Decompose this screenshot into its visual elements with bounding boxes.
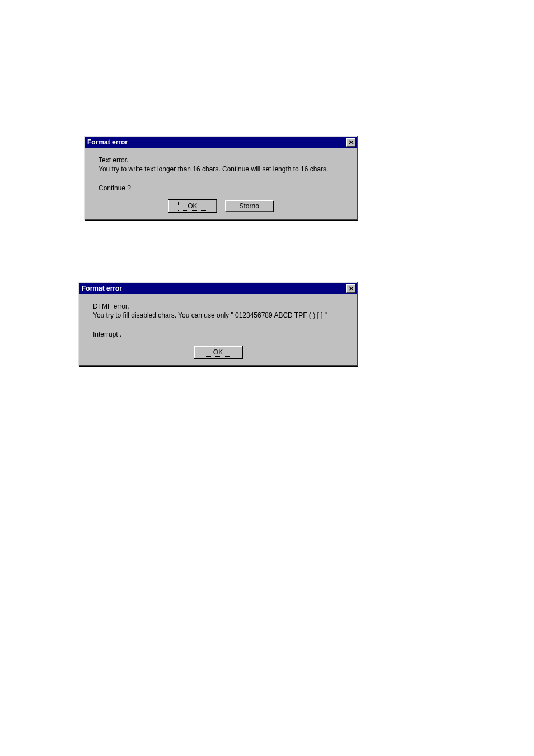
ok-button[interactable]: OK (168, 200, 217, 212)
titlebar: Format error (79, 283, 357, 294)
message-line-1: DTMF error. (93, 302, 346, 311)
message-line-3: Continue ? (99, 184, 346, 193)
dialog-body: Text error. You try to write text longer… (85, 148, 357, 200)
titlebar: Format error (85, 137, 357, 148)
close-icon (349, 138, 354, 146)
close-icon (349, 284, 354, 292)
dialog-title: Format error (87, 138, 128, 146)
message-line-1: Text error. (99, 156, 346, 165)
format-error-dialog-1: Format error Text error. You try to writ… (84, 136, 358, 220)
close-button[interactable] (346, 284, 355, 293)
cancel-button[interactable]: Storno (225, 200, 273, 212)
message-line-2: You try to write text longer than 16 cha… (99, 165, 346, 174)
button-row: OK Storno (85, 200, 357, 219)
dialog-title: Format error (82, 284, 122, 292)
ok-button-label: OK (204, 348, 232, 357)
ok-button-label: OK (178, 202, 207, 211)
close-button[interactable] (346, 138, 355, 147)
ok-button[interactable]: OK (194, 346, 242, 358)
message-line-3: Interrupt . (93, 330, 346, 339)
dialog-body: DTMF error. You try to fill disabled cha… (79, 294, 357, 346)
button-row: OK (79, 346, 357, 365)
message-line-2: You try to fill disabled chars. You can … (93, 311, 346, 320)
format-error-dialog-2: Format error DTMF error. You try to fill… (78, 282, 358, 366)
